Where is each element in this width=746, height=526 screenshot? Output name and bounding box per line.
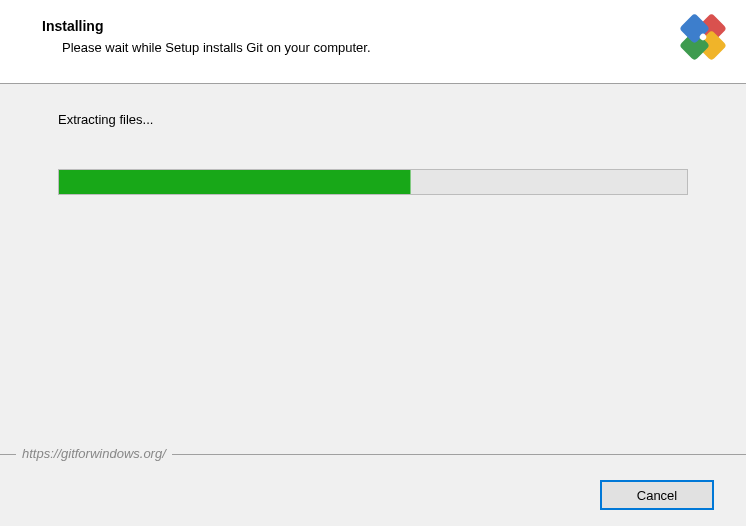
- progress-bar: [58, 169, 688, 195]
- footer-url[interactable]: https://gitforwindows.org/: [16, 446, 172, 461]
- installer-header: Installing Please wait while Setup insta…: [0, 0, 746, 84]
- installer-footer: https://gitforwindows.org/ Cancel: [0, 454, 746, 526]
- header-subtitle: Please wait while Setup installs Git on …: [62, 40, 746, 55]
- git-windows-logo-icon: [678, 12, 728, 62]
- status-text: Extracting files...: [58, 112, 688, 127]
- button-row: Cancel: [600, 480, 714, 510]
- cancel-button[interactable]: Cancel: [600, 480, 714, 510]
- header-title: Installing: [42, 18, 746, 34]
- installer-body: Extracting files...: [0, 84, 746, 195]
- progress-fill: [59, 170, 411, 194]
